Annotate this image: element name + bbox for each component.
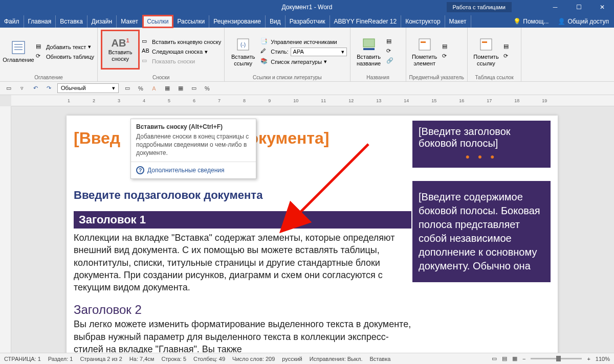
mark-entry-button[interactable]: Пометить элемент xyxy=(409,30,440,74)
tab-insert[interactable]: Вставка xyxy=(56,15,87,28)
status-column[interactable]: Столбец: 49 xyxy=(193,356,225,362)
svg-rect-10 xyxy=(480,39,492,50)
tab-design[interactable]: Дизайн xyxy=(87,15,117,28)
mark-entry-label: Пометить элемент xyxy=(409,54,440,67)
tab-table-layout[interactable]: Макет xyxy=(445,15,471,28)
qat-icon-4[interactable]: % xyxy=(136,84,145,93)
tab-developer[interactable]: Разработчик xyxy=(286,15,330,28)
add-text-icon: ▤ xyxy=(36,43,44,51)
heading-2[interactable]: Заголовок 2 xyxy=(74,303,411,317)
status-language[interactable]: русский xyxy=(282,356,302,362)
undo-icon[interactable]: ↶ xyxy=(31,84,40,93)
minimize-icon[interactable]: ─ xyxy=(543,0,567,14)
paragraph-2[interactable]: Вы легко можете изменить форматирование … xyxy=(74,318,411,355)
tab-table-design[interactable]: Конструктор xyxy=(401,15,445,28)
status-mode[interactable]: Вставка xyxy=(369,356,390,362)
mark-citation-icon xyxy=(478,36,494,53)
toc-icon xyxy=(10,39,27,56)
help-label: Помощ... xyxy=(523,18,549,25)
group-captions-label: Названия xyxy=(354,74,403,80)
view-print-icon[interactable]: ▤ xyxy=(502,355,507,362)
qat-icon-2[interactable]: ▿ xyxy=(17,84,27,93)
caption-opt3[interactable]: 🔗 xyxy=(386,57,403,65)
toc-button[interactable]: Оглавление xyxy=(3,30,34,74)
auth-opt1[interactable]: ▤ xyxy=(503,43,518,51)
svg-rect-6 xyxy=(363,39,375,47)
status-page[interactable]: СТРАНИЦА: 1 xyxy=(4,356,41,362)
view-read-icon[interactable]: ▭ xyxy=(492,355,497,362)
index-opt1[interactable]: ▤ xyxy=(442,43,456,51)
doc-sidebar[interactable]: [Введите заголовок боковой полосы]● ● ● … xyxy=(412,121,551,282)
tab-layout[interactable]: Макет xyxy=(117,15,143,28)
status-line[interactable]: Строка: 5 xyxy=(161,356,186,362)
citation-style-select[interactable]: 🖉Стиль: APA▾ xyxy=(260,48,346,56)
auth-opt2[interactable]: ⟳ xyxy=(503,53,518,61)
tab-review[interactable]: Рецензирование xyxy=(209,15,266,28)
table-tools-label: Работа с таблицами xyxy=(447,2,512,12)
help-tell-me[interactable]: 💡 Помощ... xyxy=(509,15,553,28)
group-captions: Вставить название ▤ ⟳ 🔗 Названия xyxy=(350,28,406,81)
qat-icon-9[interactable]: % xyxy=(203,84,212,93)
footnote-tooltip: Вставить сноску (Alt+Ctrl+F) Добавление … xyxy=(130,119,256,179)
maximize-icon[interactable]: ☐ xyxy=(567,0,590,14)
tooltip-more-link[interactable]: ?Дополнительные сведения xyxy=(131,162,256,178)
sidebar-body[interactable]: [Введите содержимое боковой полосы. Боко… xyxy=(412,181,551,282)
view-web-icon[interactable]: ▦ xyxy=(512,355,517,362)
index-opt2[interactable]: ⟳ xyxy=(442,53,456,61)
show-footnotes-button: ▭Показать сноски xyxy=(142,57,221,65)
tab-file[interactable]: Файл xyxy=(0,15,24,28)
insert-caption-button[interactable]: Вставить название xyxy=(354,30,384,74)
status-words[interactable]: Число слов: 209 xyxy=(232,356,275,362)
ribbon-tabs: Файл Главная Вставка Дизайн Макет Ссылки… xyxy=(0,14,614,28)
style-selector[interactable]: Обычный▾ xyxy=(57,83,119,93)
mark-citation-button[interactable]: Пометить ссылку xyxy=(471,30,501,74)
share-button[interactable]: 👤 Общий доступ xyxy=(553,15,614,28)
tab-abbyy[interactable]: ABBYY FineReader 12 xyxy=(330,15,402,28)
svg-line-12 xyxy=(287,144,368,226)
close-icon[interactable]: ✕ xyxy=(590,0,614,14)
qat-icon-7[interactable]: ▦ xyxy=(176,84,185,93)
tab-view[interactable]: Вид xyxy=(266,15,286,28)
qat-icon-3[interactable]: ▭ xyxy=(123,84,132,93)
qat-icon-8[interactable]: ▭ xyxy=(189,84,199,93)
bibliography-button[interactable]: 📚Список литературы ▾ xyxy=(260,58,346,66)
status-section[interactable]: Раздел: 1 xyxy=(48,356,73,362)
ruler-horizontal[interactable]: 12345678910111213141516171819 xyxy=(11,95,614,106)
status-pages[interactable]: Страница 2 из 2 xyxy=(80,356,122,362)
mark-citation-label: Пометить ссылку xyxy=(471,54,501,67)
ruler-vertical[interactable] xyxy=(0,106,11,353)
ribbon: Оглавление ▤Добавить текст ▾ ⟳Обновить т… xyxy=(0,28,614,82)
bibliography-icon: 📚 xyxy=(260,58,269,66)
svg-rect-8 xyxy=(419,39,430,50)
redo-icon[interactable]: ↷ xyxy=(44,84,53,93)
qat-icon-1[interactable]: ▭ xyxy=(4,84,13,93)
manage-sources-icon: 📑 xyxy=(260,38,269,46)
insert-footnote-label: Вставить сноску xyxy=(102,49,138,62)
caption-opt2[interactable]: ⟳ xyxy=(386,48,403,56)
next-footnote-button[interactable]: ABСледующая сноска ▾ xyxy=(142,48,221,56)
add-text-button[interactable]: ▤Добавить текст ▾ xyxy=(36,43,94,51)
chevron-down-icon: ▾ xyxy=(112,85,115,92)
group-footnotes-label: Сноски xyxy=(101,74,221,80)
manage-sources-button[interactable]: 📑Управление источниками xyxy=(260,38,346,46)
zoom-in-icon[interactable]: + xyxy=(587,356,590,362)
sidebar-heading[interactable]: [Введите заголовок боковой полосы]● ● ● xyxy=(412,121,551,168)
group-toc-label: Оглавление xyxy=(3,74,94,80)
tab-references[interactable]: Ссылки xyxy=(143,15,173,28)
insert-footnote-button[interactable]: AB1 Вставить сноску xyxy=(101,30,140,70)
update-toc-button[interactable]: ⟳Обновить таблицу xyxy=(36,53,94,61)
next-footnote-icon: AB xyxy=(142,48,150,56)
zoom-level[interactable]: 110% xyxy=(596,356,610,362)
tab-home[interactable]: Главная xyxy=(24,15,56,28)
status-position[interactable]: На: 7,4см xyxy=(129,356,155,362)
zoom-out-icon[interactable]: − xyxy=(522,356,525,362)
insert-citation-button[interactable]: (-) Вставить ссылку xyxy=(228,30,258,74)
zoom-slider[interactable] xyxy=(531,358,582,359)
insert-endnote-button[interactable]: ▭Вставить концевую сноску xyxy=(142,38,221,46)
qat-icon-5[interactable]: A xyxy=(149,84,159,93)
qat-icon-6[interactable]: ▦ xyxy=(163,84,172,93)
tab-mailings[interactable]: Рассылки xyxy=(173,15,209,28)
status-track-changes[interactable]: Исправления: Выкл. xyxy=(310,356,363,362)
share-label: Общий доступ xyxy=(567,18,609,25)
caption-opt1[interactable]: ▤ xyxy=(386,38,403,46)
